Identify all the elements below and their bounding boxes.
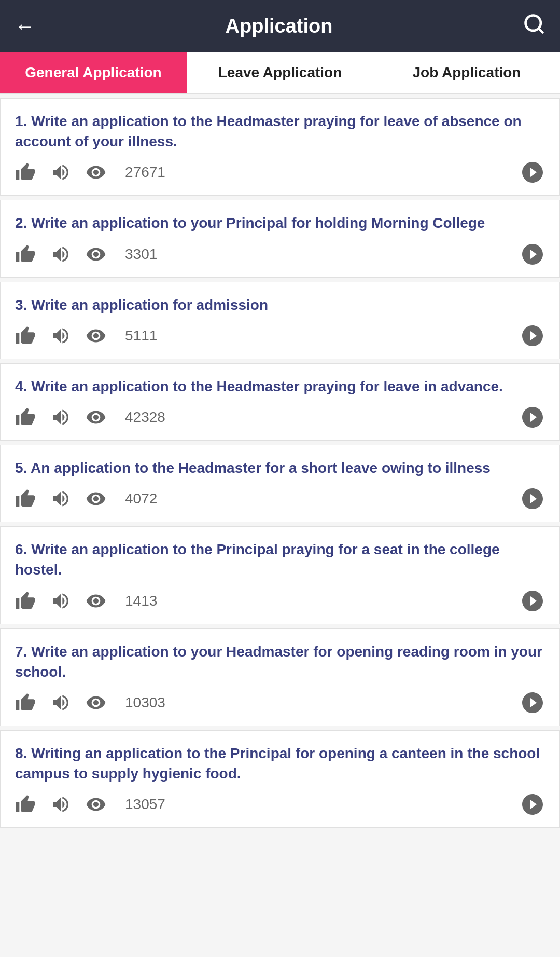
sound-button[interactable] <box>50 325 71 346</box>
sound-button[interactable] <box>50 244 71 265</box>
item-title: 1. Write an application to the Headmaste… <box>15 111 545 152</box>
item-footer: 1413 <box>15 589 545 613</box>
svg-line-1 <box>539 28 543 32</box>
item-title: 6. Write an application to the Principal… <box>15 539 545 580</box>
like-button[interactable] <box>15 692 36 713</box>
arrow-button[interactable] <box>520 486 545 511</box>
item-footer: 3301 <box>15 242 545 267</box>
view-group: 42328 <box>86 407 165 428</box>
like-button[interactable] <box>15 591 36 611</box>
item-title: 3. Write an application for admission <box>15 295 545 315</box>
eye-icon <box>86 794 106 815</box>
arrow-button[interactable] <box>520 405 545 430</box>
view-group: 1413 <box>86 591 157 611</box>
view-count: 42328 <box>125 409 165 426</box>
view-count: 10303 <box>125 694 165 711</box>
arrow-button[interactable] <box>520 589 545 613</box>
sound-button[interactable] <box>50 692 71 713</box>
list-item[interactable]: 2. Write an application to your Principa… <box>0 200 560 277</box>
arrow-button[interactable] <box>520 242 545 267</box>
list-item[interactable]: 7. Write an application to your Headmast… <box>0 628 560 726</box>
item-footer: 42328 <box>15 405 545 430</box>
item-footer: 5111 <box>15 323 545 348</box>
page-title: Application <box>226 15 333 37</box>
list-item[interactable]: 4. Write an application to the Headmaste… <box>0 363 560 441</box>
item-footer: 27671 <box>15 160 545 185</box>
view-count: 13057 <box>125 796 165 813</box>
stats-row: 42328 <box>15 407 165 428</box>
header: ← Application <box>0 0 560 52</box>
stats-row: 10303 <box>15 692 165 713</box>
eye-icon <box>86 244 106 265</box>
list-item[interactable]: 6. Write an application to the Principal… <box>0 526 560 624</box>
stats-row: 13057 <box>15 794 165 815</box>
stats-row: 27671 <box>15 162 165 183</box>
eye-icon <box>86 162 106 183</box>
search-button[interactable] <box>523 12 545 40</box>
eye-icon <box>86 407 106 428</box>
eye-icon <box>86 692 106 713</box>
item-title: 8. Writing an application to the Princip… <box>15 743 545 784</box>
sound-button[interactable] <box>50 488 71 509</box>
item-footer: 13057 <box>15 792 545 817</box>
sound-button[interactable] <box>50 407 71 428</box>
sound-button[interactable] <box>50 794 71 815</box>
item-footer: 4072 <box>15 486 545 511</box>
list-item[interactable]: 1. Write an application to the Headmaste… <box>0 98 560 196</box>
eye-icon <box>86 325 106 346</box>
like-button[interactable] <box>15 244 36 265</box>
tab-leave[interactable]: Leave Application <box>187 52 373 93</box>
list-item[interactable]: 5. An application to the Headmaster for … <box>0 445 560 522</box>
view-count: 4072 <box>125 490 157 507</box>
eye-icon <box>86 591 106 611</box>
item-title: 7. Write an application to your Headmast… <box>15 641 545 682</box>
tab-job[interactable]: Job Application <box>373 52 560 93</box>
item-footer: 10303 <box>15 690 545 715</box>
sound-button[interactable] <box>50 591 71 611</box>
tab-bar: General Application Leave Application Jo… <box>0 52 560 94</box>
list-item[interactable]: 8. Writing an application to the Princip… <box>0 730 560 828</box>
view-count: 5111 <box>125 327 157 344</box>
view-group: 27671 <box>86 162 165 183</box>
eye-icon <box>86 488 106 509</box>
view-group: 3301 <box>86 244 157 265</box>
like-button[interactable] <box>15 162 36 183</box>
arrow-button[interactable] <box>520 323 545 348</box>
sound-button[interactable] <box>50 162 71 183</box>
view-group: 10303 <box>86 692 165 713</box>
view-group: 5111 <box>86 325 157 346</box>
item-title: 2. Write an application to your Principa… <box>15 213 545 233</box>
view-count: 1413 <box>125 593 157 609</box>
arrow-button[interactable] <box>520 792 545 817</box>
list-container: 1. Write an application to the Headmaste… <box>0 98 560 828</box>
item-title: 4. Write an application to the Headmaste… <box>15 376 545 397</box>
stats-row: 3301 <box>15 244 157 265</box>
like-button[interactable] <box>15 407 36 428</box>
view-group: 4072 <box>86 488 157 509</box>
tab-general[interactable]: General Application <box>0 52 187 93</box>
stats-row: 4072 <box>15 488 157 509</box>
stats-row: 5111 <box>15 325 157 346</box>
like-button[interactable] <box>15 488 36 509</box>
view-count: 27671 <box>125 164 165 181</box>
back-button[interactable]: ← <box>15 15 35 38</box>
list-item[interactable]: 3. Write an application for admission <box>0 282 560 359</box>
stats-row: 1413 <box>15 591 157 611</box>
like-button[interactable] <box>15 325 36 346</box>
item-title: 5. An application to the Headmaster for … <box>15 458 545 478</box>
view-group: 13057 <box>86 794 165 815</box>
arrow-button[interactable] <box>520 690 545 715</box>
like-button[interactable] <box>15 794 36 815</box>
arrow-button[interactable] <box>520 160 545 185</box>
view-count: 3301 <box>125 246 157 263</box>
